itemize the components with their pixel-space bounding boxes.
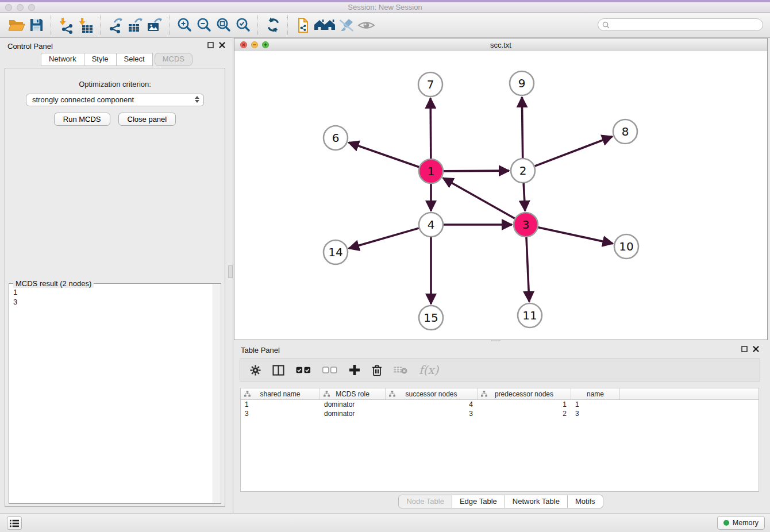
table-cell: 3 bbox=[241, 409, 320, 418]
network-node-15[interactable]: 15 bbox=[419, 306, 443, 330]
svg-text:14: 14 bbox=[328, 245, 342, 259]
export-table-button[interactable] bbox=[125, 16, 145, 35]
tab-mcds[interactable]: MCDS bbox=[155, 53, 192, 66]
network-node-2[interactable]: 2 bbox=[511, 159, 535, 183]
memory-button[interactable]: Memory bbox=[717, 516, 765, 530]
task-history-button[interactable] bbox=[7, 516, 22, 530]
tab-node-table[interactable]: Node Table bbox=[398, 495, 452, 508]
tab-motifs[interactable]: Motifs bbox=[568, 495, 603, 508]
result-scrollbar[interactable] bbox=[213, 284, 220, 503]
open-session-button[interactable] bbox=[7, 16, 26, 35]
paintbrush-hide-button[interactable] bbox=[337, 16, 356, 35]
criterion-select[interactable]: strongly connected component bbox=[26, 94, 204, 106]
column-header-name[interactable]: name bbox=[571, 388, 620, 399]
network-canvas-svg[interactable]: 1234678910111415 bbox=[234, 51, 767, 340]
zoom-out-button[interactable] bbox=[194, 16, 214, 35]
network-window: scc.txt 1234678910111415 bbox=[234, 38, 768, 340]
network-node-7[interactable]: 7 bbox=[418, 72, 442, 97]
network-node-8[interactable]: 8 bbox=[613, 119, 637, 144]
export-network-button[interactable] bbox=[106, 16, 125, 35]
column-header-predecessor-nodes[interactable]: predecessor nodes bbox=[478, 388, 571, 399]
network-edge-2-8[interactable] bbox=[535, 137, 613, 167]
tab-network-table[interactable]: Network Table bbox=[505, 495, 568, 508]
zoom-selected-button[interactable] bbox=[233, 16, 253, 35]
network-node-3[interactable]: 3 bbox=[514, 213, 538, 237]
optimization-criterion-label: Optimization criterion: bbox=[5, 80, 225, 88]
select-all-button[interactable] bbox=[296, 367, 311, 373]
export-table-icon bbox=[126, 17, 144, 34]
delete-table-button[interactable] bbox=[394, 366, 407, 374]
toolbar-separator bbox=[287, 16, 288, 35]
svg-text:1: 1 bbox=[428, 164, 435, 178]
settings-gear-button[interactable] bbox=[250, 365, 261, 376]
column-namespace-icon bbox=[244, 391, 251, 397]
network-edge-1-6[interactable] bbox=[349, 142, 419, 167]
network-edge-4-14[interactable] bbox=[349, 228, 419, 248]
network-edge-1-7[interactable] bbox=[430, 98, 431, 159]
tab-edge-table[interactable]: Edge Table bbox=[452, 495, 505, 508]
network-edge-3-11[interactable] bbox=[526, 237, 529, 302]
deselect-all-button[interactable] bbox=[322, 367, 337, 373]
network-node-10[interactable]: 10 bbox=[614, 234, 638, 259]
network-node-4[interactable]: 4 bbox=[419, 213, 443, 237]
titlebar-accent-strip bbox=[0, 0, 770, 2]
tab-network[interactable]: Network bbox=[41, 53, 84, 66]
tab-select[interactable]: Select bbox=[117, 53, 153, 66]
vertical-splitter-handle[interactable] bbox=[228, 265, 233, 278]
table-panel: Table Panel bbox=[234, 342, 768, 513]
zoom-in-button[interactable] bbox=[175, 16, 194, 35]
toolbar-separator bbox=[257, 16, 259, 35]
network-edge-2-3[interactable] bbox=[523, 183, 525, 211]
float-panel-icon[interactable] bbox=[741, 346, 748, 352]
tab-style[interactable]: Style bbox=[84, 53, 117, 66]
export-image-button[interactable] bbox=[145, 16, 164, 35]
network-canvas[interactable]: 1234678910111415 bbox=[234, 51, 767, 340]
table-tabs: Node Table Edge Table Network Table Moti… bbox=[234, 495, 768, 508]
run-mcds-button[interactable]: Run MCDS bbox=[54, 113, 110, 126]
home-overview-button[interactable] bbox=[313, 16, 337, 35]
import-network-button[interactable] bbox=[56, 16, 76, 35]
mcds-result-list[interactable]: 1 3 bbox=[13, 287, 210, 501]
close-panel-button[interactable]: Close panel bbox=[118, 113, 176, 126]
network-node-1[interactable]: 1 bbox=[419, 159, 443, 183]
table-row[interactable]: 3dominator323 bbox=[241, 409, 759, 418]
toolbar-separator bbox=[169, 16, 170, 35]
search-box[interactable] bbox=[598, 18, 763, 31]
network-node-6[interactable]: 6 bbox=[324, 126, 348, 150]
column-header-successor-nodes[interactable]: successor nodes bbox=[386, 388, 478, 399]
delete-column-button[interactable] bbox=[372, 364, 382, 376]
eye-icon bbox=[357, 18, 376, 33]
network-edge-1-2[interactable] bbox=[444, 171, 509, 171]
network-edge-3-1[interactable] bbox=[443, 178, 515, 218]
network-node-11[interactable]: 11 bbox=[518, 303, 542, 327]
table-cell: 1 bbox=[571, 400, 620, 409]
add-column-button[interactable] bbox=[349, 364, 360, 376]
search-input[interactable] bbox=[613, 20, 763, 30]
import-table-button[interactable] bbox=[76, 16, 95, 35]
refresh-layout-button[interactable] bbox=[263, 16, 283, 35]
vertical-splitter[interactable] bbox=[233, 38, 233, 513]
column-header-MCDS-role[interactable]: MCDS role bbox=[320, 388, 386, 399]
svg-text:2: 2 bbox=[519, 164, 527, 178]
float-panel-icon[interactable] bbox=[207, 42, 214, 48]
network-edge-3-10[interactable] bbox=[538, 228, 613, 244]
svg-text:11: 11 bbox=[522, 309, 537, 322]
column-header-shared-name[interactable]: shared name bbox=[241, 388, 320, 399]
svg-text:4: 4 bbox=[428, 218, 435, 232]
close-panel-icon[interactable] bbox=[753, 346, 759, 352]
network-node-9[interactable]: 9 bbox=[510, 71, 534, 95]
table-cell: dominator bbox=[320, 409, 386, 418]
function-builder-button[interactable]: f(x) bbox=[419, 364, 438, 376]
save-session-button[interactable] bbox=[26, 16, 46, 35]
network-window-titlebar[interactable]: scc.txt bbox=[234, 38, 767, 52]
gear-icon bbox=[250, 365, 261, 376]
memory-label: Memory bbox=[733, 519, 759, 527]
zoom-fit-button[interactable] bbox=[214, 16, 233, 35]
split-columns-button[interactable] bbox=[272, 365, 284, 376]
close-panel-icon[interactable] bbox=[219, 42, 225, 48]
network-node-14[interactable]: 14 bbox=[324, 240, 348, 264]
copy-network-button[interactable] bbox=[293, 16, 313, 35]
network-edge-2-9[interactable] bbox=[522, 97, 522, 158]
table-row[interactable]: 1dominator411 bbox=[241, 400, 759, 409]
show-graphics-details-button[interactable] bbox=[356, 16, 376, 35]
